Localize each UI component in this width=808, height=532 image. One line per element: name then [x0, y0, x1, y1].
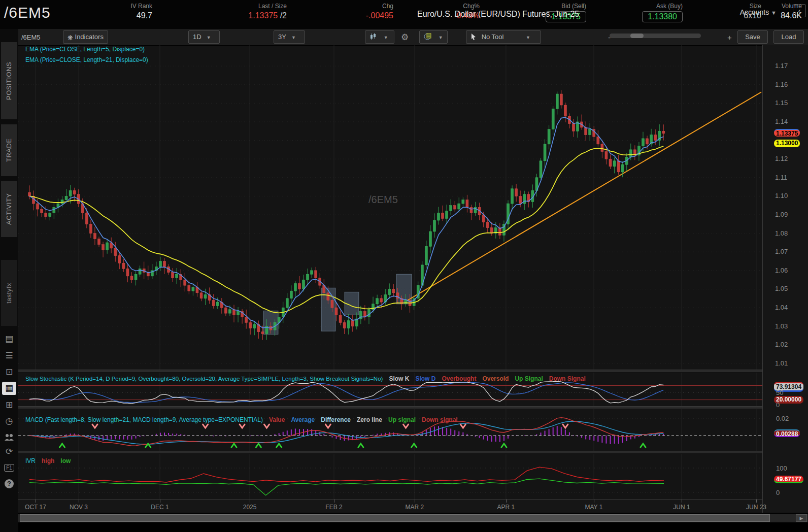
time-label-2025: 2025: [243, 504, 257, 511]
left-sidebar: POSITIONSTRADEACTIVITYtastyfx▤☰⊡▦⊞◷⟳F1?: [0, 29, 18, 532]
time-tick: [334, 500, 334, 503]
stat-value[interactable]: 1.13380: [622, 11, 683, 22]
zoom-in-button[interactable]: +: [727, 33, 732, 42]
legend-down-signal: Down Signal: [549, 375, 586, 382]
collapse-panel-button[interactable]: ‹: [793, 4, 806, 17]
svg-text:/6EM5: /6EM5: [368, 194, 398, 205]
scrollbar-right-arrow[interactable]: ▶: [796, 514, 807, 522]
chart-scrollbar[interactable]: ▶: [18, 514, 808, 522]
time-tick: [682, 500, 682, 503]
ivr-study-label[interactable]: IVRhighlow: [25, 457, 71, 464]
price-tick-1.16: 1.16: [775, 81, 788, 88]
price-tick-1.10: 1.10: [775, 192, 788, 200]
chart-settings-gear-icon[interactable]: ⚙: [401, 32, 409, 43]
time-tick: [250, 500, 250, 503]
legend-ivr: IVR: [25, 457, 36, 464]
stat-label: Chg%: [419, 3, 480, 10]
ema21-price-bubble: 1.13000: [774, 140, 800, 147]
time-tick: [79, 500, 79, 503]
accounts-dropdown[interactable]: Accounts ▼: [740, 8, 777, 16]
grid-layout-dropdown[interactable]: ▼: [419, 30, 448, 44]
load-button[interactable]: Load: [773, 30, 804, 44]
time-label-may-1: MAY 1: [585, 504, 602, 511]
dashboard-icon[interactable]: ⊞: [2, 398, 16, 412]
ema21-study-label[interactable]: EMA (Price=CLOSE, Length=21, Displace=0): [25, 56, 148, 63]
zoom-slider-thumb[interactable]: [630, 34, 644, 38]
panel-divider[interactable]: [18, 370, 762, 373]
chart-icon[interactable]: ▦: [2, 382, 16, 395]
help-icon[interactable]: ?: [2, 477, 16, 490]
sidebar-tab-tastyfx[interactable]: tastyfx: [1, 260, 17, 326]
time-axis[interactable]: OCT 17NOV 3DEC 12025FEB 2MAR 2APR 1MAY 1…: [18, 499, 762, 513]
instrument-description: Euro/U.S. Dollar (EUR/USD) Futures, Jun-…: [417, 10, 579, 19]
price-tick-1.01: 1.01: [775, 359, 788, 367]
drawing-tool-dropdown[interactable]: No Tool ▼: [466, 30, 541, 44]
axis-value-49.67177: 49.67177: [774, 476, 803, 483]
time-tick: [594, 500, 594, 503]
price-chart[interactable]: /6EM5: [18, 45, 762, 373]
time-tick: [36, 500, 36, 503]
price-tick-1.14: 1.14: [775, 118, 788, 125]
watchlist-icon[interactable]: ☰: [2, 349, 16, 362]
chevron-down-icon: ▼: [771, 10, 777, 16]
indicators-icon: ❋: [68, 32, 73, 44]
legend-average: Average: [291, 416, 315, 423]
clock-icon[interactable]: ◷: [2, 415, 16, 428]
legend-overbought: Overbought: [442, 375, 476, 382]
timeframe-dropdown[interactable]: 1D▼: [188, 30, 220, 44]
stat-label: Chg: [332, 3, 393, 10]
last-price-bubble: 1.13375: [774, 129, 800, 137]
chart-type-dropdown[interactable]: ▼: [365, 30, 394, 44]
price-tick-1.09: 1.09: [775, 211, 788, 218]
range-dropdown[interactable]: 3Y▼: [274, 30, 305, 44]
price-tick-1.12: 1.12: [775, 155, 788, 162]
chevron-down-icon: ▼: [526, 35, 530, 40]
legend-zero-line: Zero line: [357, 416, 382, 423]
people-icon[interactable]: [2, 430, 16, 443]
fx-key-icon[interactable]: F1: [2, 460, 16, 474]
calendar-icon[interactable]: ⟳: [2, 445, 16, 458]
time-tick: [160, 500, 160, 503]
sidebar-tab-positions[interactable]: POSITIONS: [1, 42, 17, 119]
price-tick-1.02: 1.02: [775, 341, 788, 348]
panel-divider[interactable]: [18, 451, 762, 454]
stat-value: -.00495: [332, 11, 393, 20]
quote-header: /6EM5 IV Rank49.7Last / Size1.13375 /2Ch…: [0, 0, 808, 29]
macd-study-label[interactable]: MACD (Fast length=8, Slow length=21, MAC…: [25, 416, 458, 423]
axis-value-0.00288: 0.00288: [774, 429, 800, 437]
candlestick-icon: [369, 32, 377, 44]
stat-iv-rank: IV Rank49.7: [91, 3, 152, 20]
price-axis[interactable]: 1.171.161.151.141.121.111.101.091.081.07…: [762, 45, 808, 513]
stat-chg: Chg-.00495: [332, 3, 393, 20]
stat-last-size: Last / Size1.13375 /2: [226, 3, 287, 20]
time-label-dec-1: DEC 1: [151, 504, 169, 511]
sidebar-tab-activity[interactable]: ACTIVITY: [1, 181, 17, 237]
price-tick-1.15: 1.15: [775, 99, 788, 107]
ema5-study-label[interactable]: EMA (Price=CLOSE, Length=5, Displace=0): [25, 46, 145, 53]
indicators-button[interactable]: ❋ Indicators: [63, 30, 108, 44]
save-button[interactable]: Save: [737, 30, 768, 44]
legend-slow-d: Slow D: [415, 375, 435, 382]
axis-value-0.02: 0.02: [776, 415, 789, 422]
cursor-arrow-icon: [470, 32, 477, 44]
price-tick-1.05: 1.05: [775, 285, 788, 292]
macd-panel[interactable]: [18, 409, 762, 451]
quote-board-icon[interactable]: ▤: [2, 332, 16, 346]
zoom-slider[interactable]: [610, 34, 701, 38]
time-label-apr-1: APR 1: [497, 504, 515, 511]
price-tick-1.04: 1.04: [775, 304, 788, 311]
axis-value-50: 50: [776, 389, 783, 396]
legend-slow-k: Slow K: [389, 375, 409, 382]
stat-label: Last / Size: [226, 3, 287, 10]
stochastic-study-label[interactable]: Slow Stochastic (K Period=14, D Period=9…: [25, 375, 586, 382]
symbol-title: /6EM5: [4, 4, 51, 21]
toolbar-symbol-label: /6EM5: [21, 34, 41, 41]
time-tick: [506, 500, 507, 503]
scrollbar-thumb[interactable]: [20, 514, 770, 522]
chevron-down-icon: ▼: [207, 35, 211, 40]
sidebar-tab-trade[interactable]: TRADE: [1, 124, 17, 176]
ivr-panel[interactable]: [18, 454, 762, 499]
legend-low: low: [60, 457, 71, 464]
monitor-icon[interactable]: ⊡: [2, 365, 16, 379]
time-label-jun-23: JUN 23: [746, 504, 766, 511]
